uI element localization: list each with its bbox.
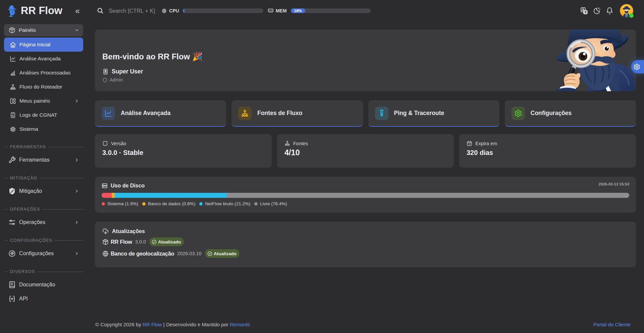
svg-text:19: 19 (468, 143, 470, 145)
